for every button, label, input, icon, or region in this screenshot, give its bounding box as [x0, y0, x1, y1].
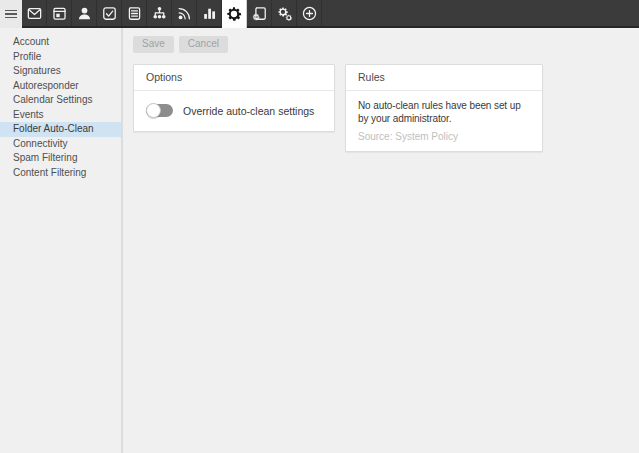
top-toolbar: [0, 0, 639, 28]
toolbar-new-item-button[interactable]: [297, 0, 322, 26]
gears-icon: [276, 5, 293, 22]
sidebar-item-events[interactable]: Events: [0, 108, 121, 123]
sidebar-item-autoresponder[interactable]: Autoresponder: [0, 79, 121, 94]
toggle-knob: [146, 103, 161, 118]
sidebar-item-account[interactable]: Account: [0, 35, 121, 50]
toolbar-rss-button[interactable]: [172, 0, 197, 26]
tasks-icon: [101, 5, 118, 22]
override-auto-clean-toggle[interactable]: [146, 104, 173, 117]
cancel-button[interactable]: Cancel: [179, 36, 228, 53]
toolbar-connections-button[interactable]: [147, 0, 172, 26]
rules-message: No auto-clean rules have been set up by …: [358, 99, 530, 125]
sidebar-item-signatures[interactable]: Signatures: [0, 64, 121, 79]
mail-icon: [26, 5, 43, 22]
hamburger-icon: [5, 10, 17, 19]
settings-sidebar: Account Profile Signatures Autoresponder…: [0, 28, 123, 453]
toolbar-mail-button[interactable]: [22, 0, 47, 26]
notes-icon: [126, 5, 143, 22]
sidebar-item-folder-auto-clean[interactable]: Folder Auto-Clean: [0, 122, 121, 137]
toolbar-settings-button[interactable]: [222, 0, 247, 28]
plus-circle-icon: [301, 5, 318, 22]
rules-source: Source: System Policy: [358, 131, 530, 142]
settings-main-area: Save Cancel Options Override auto-clean …: [123, 28, 639, 453]
options-panel-title: Options: [134, 65, 334, 91]
calendar-icon: [51, 5, 68, 22]
override-toggle-label: Override auto-clean settings: [183, 105, 314, 117]
sidebar-item-content-filtering[interactable]: Content Filtering: [0, 166, 121, 181]
sitemap-icon: [151, 5, 168, 22]
toolbar-icon-strip: [22, 0, 639, 28]
domain-settings-icon: [251, 5, 268, 22]
bar-chart-icon: [201, 5, 218, 22]
sidebar-item-spam-filtering[interactable]: Spam Filtering: [0, 151, 121, 166]
toolbar-contacts-button[interactable]: [72, 0, 97, 26]
action-buttons: Save Cancel: [133, 36, 639, 53]
rules-panel-title: Rules: [346, 65, 542, 91]
toolbar-notes-button[interactable]: [122, 0, 147, 26]
sidebar-item-profile[interactable]: Profile: [0, 50, 121, 65]
rss-icon: [176, 5, 193, 22]
toolbar-tasks-button[interactable]: [97, 0, 122, 26]
gear-icon: [225, 5, 243, 23]
toolbar-calendar-button[interactable]: [47, 0, 72, 26]
app-window: Account Profile Signatures Autoresponder…: [0, 0, 639, 453]
sidebar-item-calendar-settings[interactable]: Calendar Settings: [0, 93, 121, 108]
rules-panel: Rules No auto-clean rules have been set …: [345, 64, 543, 152]
sidebar-item-connectivity[interactable]: Connectivity: [0, 137, 121, 152]
options-panel: Options Override auto-clean settings: [133, 64, 335, 132]
toolbar-reports-button[interactable]: [197, 0, 222, 26]
contacts-icon: [76, 5, 93, 22]
menu-button[interactable]: [0, 0, 22, 28]
save-button[interactable]: Save: [133, 36, 174, 53]
toolbar-system-settings-button[interactable]: [272, 0, 297, 26]
toolbar-domain-settings-button[interactable]: [247, 0, 272, 26]
